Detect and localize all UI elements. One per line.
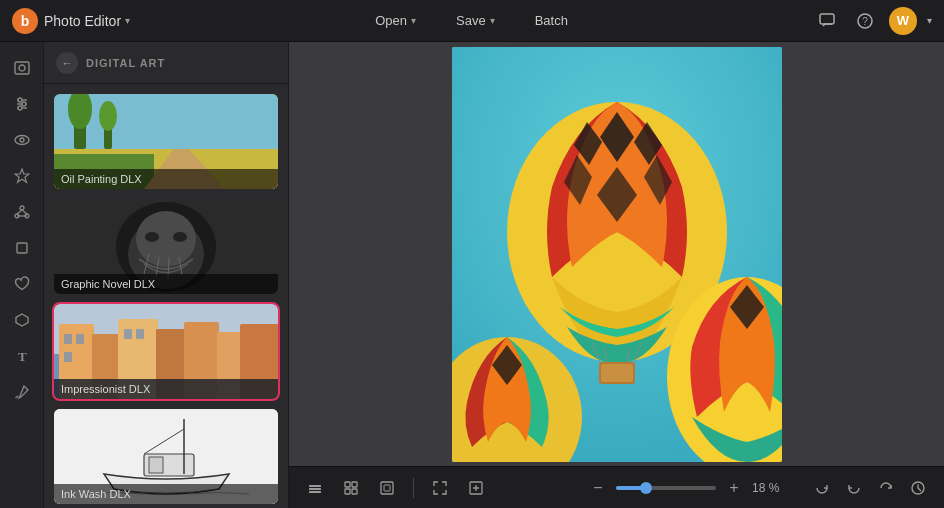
- zoom-fit-button[interactable]: [462, 474, 490, 502]
- user-avatar[interactable]: W: [889, 7, 917, 35]
- tool-nodes[interactable]: [6, 196, 38, 228]
- svg-point-14: [20, 206, 24, 210]
- ink-wash-label: Ink Wash DLX: [54, 484, 278, 504]
- fit-view-button[interactable]: [426, 474, 454, 502]
- svg-line-17: [17, 210, 22, 214]
- help-button[interactable]: ?: [851, 7, 879, 35]
- tool-text[interactable]: T: [6, 340, 38, 372]
- panel-back-button[interactable]: ←: [56, 52, 78, 74]
- refresh-button[interactable]: [808, 474, 836, 502]
- open-chevron: ▾: [411, 15, 416, 26]
- canvas-balloon-art: [452, 47, 782, 462]
- header-right: ? W ▾: [813, 7, 932, 35]
- tool-photo[interactable]: [6, 52, 38, 84]
- svg-point-34: [145, 232, 159, 242]
- zoom-slider-thumb[interactable]: [640, 482, 652, 494]
- bottom-bar: − + 18 %: [289, 466, 944, 508]
- layers-button[interactable]: [301, 474, 329, 502]
- user-chevron[interactable]: ▾: [927, 15, 932, 26]
- svg-text:T: T: [18, 349, 27, 364]
- panel-header: ← DIGITAL ART: [44, 42, 288, 84]
- svg-rect-74: [309, 485, 321, 487]
- effect-graphic-novel[interactable]: Graphic Novel DLX: [54, 199, 278, 294]
- svg-rect-45: [64, 334, 72, 344]
- canvas-size-button[interactable]: [373, 474, 401, 502]
- save-button[interactable]: Save ▾: [448, 9, 503, 32]
- svg-rect-47: [64, 352, 72, 362]
- svg-point-29: [99, 101, 117, 131]
- panel-title: DIGITAL ART: [86, 57, 165, 69]
- svg-text:?: ?: [862, 16, 868, 27]
- svg-rect-49: [136, 329, 144, 339]
- svg-point-11: [15, 136, 29, 145]
- svg-point-8: [18, 98, 22, 102]
- batch-button[interactable]: Batch: [527, 9, 576, 32]
- svg-point-9: [22, 102, 26, 106]
- svg-marker-21: [16, 314, 28, 326]
- tool-heart[interactable]: [6, 268, 38, 300]
- save-chevron: ▾: [490, 15, 495, 26]
- effect-oil-painting[interactable]: Oil Painting DLX: [54, 94, 278, 189]
- tool-crop[interactable]: [6, 232, 38, 264]
- oil-painting-label: Oil Painting DLX: [54, 169, 278, 189]
- svg-rect-76: [309, 491, 321, 493]
- app-logo: b: [12, 8, 38, 34]
- app-title-text: Photo Editor: [44, 13, 121, 29]
- main: T ← DIGITAL ART: [0, 42, 944, 508]
- svg-rect-75: [309, 488, 321, 490]
- canvas-image: [452, 47, 782, 462]
- svg-rect-80: [352, 489, 357, 494]
- comment-button[interactable]: [813, 7, 841, 35]
- history-button[interactable]: [904, 474, 932, 502]
- save-label: Save: [456, 13, 486, 28]
- svg-point-12: [20, 138, 24, 142]
- tool-brush[interactable]: [6, 376, 38, 408]
- svg-rect-53: [149, 457, 163, 473]
- panel-content: Oil Painting DLX: [44, 84, 288, 508]
- effect-impressionist[interactable]: Impressionist DLX: [54, 304, 278, 399]
- separator-1: [413, 478, 414, 498]
- batch-label: Batch: [535, 13, 568, 28]
- svg-rect-46: [76, 334, 84, 344]
- svg-rect-79: [345, 489, 350, 494]
- tool-shape[interactable]: [6, 304, 38, 336]
- header-center: Open ▾ Save ▾ Batch: [130, 9, 813, 32]
- svg-point-10: [18, 106, 22, 110]
- svg-rect-48: [124, 329, 132, 339]
- svg-rect-20: [17, 243, 27, 253]
- open-label: Open: [375, 13, 407, 28]
- svg-point-35: [173, 232, 187, 242]
- svg-rect-78: [352, 482, 357, 487]
- impressionist-label: Impressionist DLX: [54, 379, 278, 399]
- svg-point-4: [19, 65, 25, 71]
- frames-button[interactable]: [337, 474, 365, 502]
- header: b Photo Editor ▾ Open ▾ Save ▾ Batch: [0, 0, 944, 42]
- graphic-novel-label: Graphic Novel DLX: [54, 274, 278, 294]
- svg-point-33: [136, 211, 196, 267]
- zoom-slider[interactable]: [616, 486, 716, 490]
- svg-rect-82: [384, 485, 390, 491]
- undo-button[interactable]: [840, 474, 868, 502]
- comment-icon: [819, 13, 835, 29]
- tool-star[interactable]: [6, 160, 38, 192]
- svg-rect-81: [381, 482, 393, 494]
- help-icon: ?: [857, 13, 873, 29]
- zoom-value: 18 %: [752, 481, 788, 495]
- bottom-right-icons: [808, 474, 932, 502]
- svg-line-18: [22, 210, 27, 214]
- effects-panel: ← DIGITAL ART: [44, 42, 289, 508]
- canvas-area: − + 18 %: [289, 42, 944, 508]
- redo-button[interactable]: [872, 474, 900, 502]
- svg-rect-0: [820, 14, 834, 24]
- effect-ink-wash[interactable]: Ink Wash DLX: [54, 409, 278, 504]
- svg-marker-13: [15, 169, 29, 182]
- tool-adjust[interactable]: [6, 88, 38, 120]
- app-title: Photo Editor ▾: [44, 13, 130, 29]
- tool-view[interactable]: [6, 124, 38, 156]
- open-button[interactable]: Open ▾: [367, 9, 424, 32]
- svg-rect-77: [345, 482, 350, 487]
- zoom-in-button[interactable]: +: [722, 476, 746, 500]
- zoom-out-button[interactable]: −: [586, 476, 610, 500]
- svg-rect-65: [601, 364, 633, 382]
- header-left: b Photo Editor ▾: [12, 8, 130, 34]
